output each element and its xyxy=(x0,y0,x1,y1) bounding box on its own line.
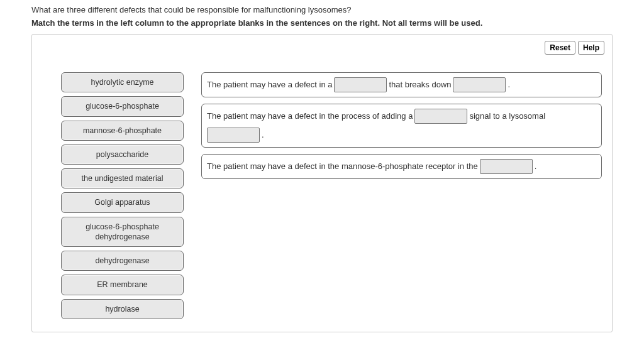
term-item[interactable]: the undigested material xyxy=(61,168,184,188)
sentence-row: The patient may have a defect in a that … xyxy=(201,72,602,97)
terms-column: hydrolytic enzyme glucose-6-phosphate ma… xyxy=(61,72,184,319)
sentence-row: The patient may have a defect in the pro… xyxy=(201,104,602,148)
content-area: hydrolytic enzyme glucose-6-phosphate ma… xyxy=(42,72,602,319)
term-item[interactable]: hydrolytic enzyme xyxy=(61,72,184,92)
term-item[interactable]: dehydrogenase xyxy=(61,251,184,271)
sentence-text: that breaks down xyxy=(389,77,451,93)
term-item[interactable]: hydrolase xyxy=(61,299,184,319)
term-item[interactable]: Golgi apparatus xyxy=(61,192,184,212)
sentence-text: . xyxy=(508,77,510,93)
sentence-text: . xyxy=(262,127,264,143)
panel-controls: Reset Help xyxy=(545,41,604,55)
drop-blank[interactable] xyxy=(453,77,506,92)
drop-blank[interactable] xyxy=(480,159,533,174)
term-item[interactable]: ER membrane xyxy=(61,275,184,295)
instruction-text: Match the terms in the left column to th… xyxy=(31,18,613,28)
drop-blank[interactable] xyxy=(334,77,387,92)
sentence-text: signal to a lysosomal xyxy=(469,108,545,124)
sentence-text: The patient may have a defect in a xyxy=(207,77,332,93)
sentence-text: The patient may have a defect in the pro… xyxy=(207,108,413,124)
sentence-text: . xyxy=(535,158,537,175)
sentence-text: The patient may have a defect in the man… xyxy=(207,158,478,175)
term-item[interactable]: glucose-6-phosphate dehydrogenase xyxy=(61,217,184,248)
reset-button[interactable]: Reset xyxy=(545,41,575,55)
term-item[interactable]: glucose-6-phosphate xyxy=(61,96,184,116)
sentence-row: The patient may have a defect in the man… xyxy=(201,154,602,179)
term-item[interactable]: polysaccharide xyxy=(61,144,184,165)
term-item[interactable]: mannose-6-phosphate xyxy=(61,121,184,141)
question-text: What are three different defects that co… xyxy=(31,5,613,14)
help-button[interactable]: Help xyxy=(578,41,604,55)
exercise-panel: Reset Help hydrolytic enzyme glucose-6-p… xyxy=(31,34,613,332)
drop-blank[interactable] xyxy=(207,128,260,143)
sentences-column: The patient may have a defect in a that … xyxy=(201,72,602,319)
drop-blank[interactable] xyxy=(414,109,467,124)
